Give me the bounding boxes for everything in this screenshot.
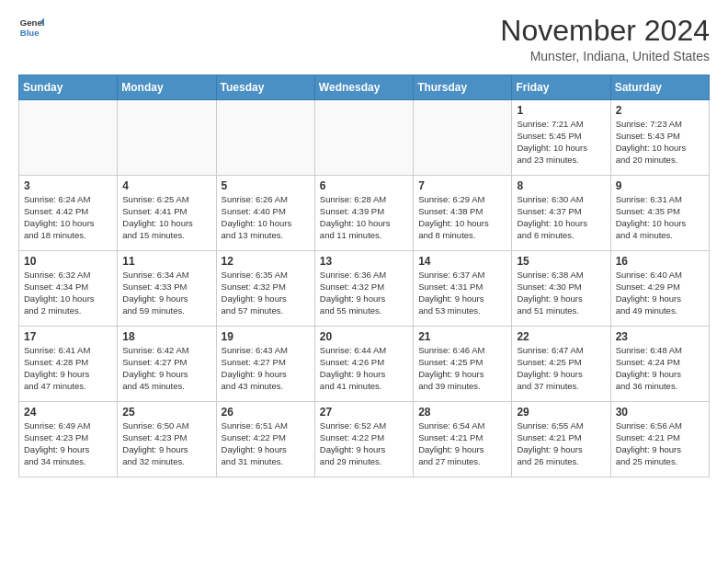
calendar-cell: 10Sunrise: 6:32 AM Sunset: 4:34 PM Dayli…	[19, 251, 118, 327]
day-number: 2	[616, 104, 704, 117]
cell-info: Sunrise: 6:47 AM Sunset: 4:25 PM Dayligh…	[517, 345, 605, 392]
cell-info: Sunrise: 6:26 AM Sunset: 4:40 PM Dayligh…	[222, 194, 310, 241]
calendar-cell: 9Sunrise: 6:31 AM Sunset: 4:35 PM Daylig…	[610, 176, 709, 251]
calendar-cell: 17Sunrise: 6:41 AM Sunset: 4:28 PM Dayli…	[19, 327, 118, 402]
cell-info: Sunrise: 6:46 AM Sunset: 4:25 PM Dayligh…	[418, 345, 506, 392]
cell-info: Sunrise: 6:43 AM Sunset: 4:27 PM Dayligh…	[222, 345, 310, 392]
svg-text:General: General	[20, 17, 44, 28]
cell-info: Sunrise: 6:25 AM Sunset: 4:41 PM Dayligh…	[122, 194, 210, 241]
calendar-cell	[19, 100, 118, 176]
day-number: 9	[616, 179, 704, 192]
day-number: 5	[222, 179, 310, 192]
day-number: 3	[24, 179, 112, 192]
calendar-cell	[216, 100, 314, 176]
day-number: 21	[418, 330, 506, 343]
calendar-week-row: 3Sunrise: 6:24 AM Sunset: 4:42 PM Daylig…	[19, 176, 710, 251]
day-number: 23	[616, 330, 704, 343]
cell-info: Sunrise: 6:31 AM Sunset: 4:35 PM Dayligh…	[616, 194, 704, 241]
calendar-cell: 13Sunrise: 6:36 AM Sunset: 4:32 PM Dayli…	[314, 251, 413, 327]
day-number: 20	[320, 330, 408, 343]
calendar-week-row: 24Sunrise: 6:49 AM Sunset: 4:23 PM Dayli…	[19, 402, 710, 477]
calendar-cell: 24Sunrise: 6:49 AM Sunset: 4:23 PM Dayli…	[19, 402, 118, 477]
calendar-cell: 7Sunrise: 6:29 AM Sunset: 4:38 PM Daylig…	[414, 176, 512, 251]
calendar-cell	[414, 100, 512, 176]
day-number: 18	[122, 330, 210, 343]
calendar-cell: 20Sunrise: 6:44 AM Sunset: 4:26 PM Dayli…	[314, 327, 413, 402]
day-number: 10	[24, 255, 112, 268]
calendar-cell: 28Sunrise: 6:54 AM Sunset: 4:21 PM Dayli…	[414, 402, 512, 477]
cell-info: Sunrise: 6:41 AM Sunset: 4:28 PM Dayligh…	[24, 345, 112, 392]
cell-info: Sunrise: 6:29 AM Sunset: 4:38 PM Dayligh…	[418, 194, 506, 241]
day-number: 8	[517, 179, 605, 192]
cell-info: Sunrise: 6:28 AM Sunset: 4:39 PM Dayligh…	[320, 194, 408, 241]
cell-info: Sunrise: 6:56 AM Sunset: 4:21 PM Dayligh…	[616, 420, 704, 467]
logo: General Blue	[18, 15, 44, 40]
day-number: 15	[517, 255, 605, 268]
cell-info: Sunrise: 6:55 AM Sunset: 4:21 PM Dayligh…	[517, 420, 605, 467]
day-number: 30	[616, 406, 704, 419]
calendar-cell: 22Sunrise: 6:47 AM Sunset: 4:25 PM Dayli…	[512, 327, 610, 402]
cell-info: Sunrise: 6:38 AM Sunset: 4:30 PM Dayligh…	[517, 270, 605, 316]
calendar-cell: 6Sunrise: 6:28 AM Sunset: 4:39 PM Daylig…	[314, 176, 413, 251]
day-number: 29	[517, 406, 605, 419]
page-header: General Blue November 2024 Munster, Indi…	[18, 15, 710, 63]
calendar-cell	[118, 100, 216, 176]
cell-info: Sunrise: 6:35 AM Sunset: 4:32 PM Dayligh…	[222, 270, 310, 316]
location: Munster, Indiana, United States	[500, 49, 710, 63]
day-number: 1	[517, 104, 605, 117]
cell-info: Sunrise: 6:50 AM Sunset: 4:23 PM Dayligh…	[122, 420, 210, 467]
weekday-header: Saturday	[610, 75, 709, 100]
weekday-header: Sunday	[19, 75, 118, 100]
cell-info: Sunrise: 6:51 AM Sunset: 4:22 PM Dayligh…	[222, 420, 310, 467]
day-number: 13	[320, 255, 408, 268]
day-number: 4	[122, 179, 210, 192]
calendar-cell: 30Sunrise: 6:56 AM Sunset: 4:21 PM Dayli…	[610, 402, 709, 477]
calendar-cell: 14Sunrise: 6:37 AM Sunset: 4:31 PM Dayli…	[414, 251, 512, 327]
cell-info: Sunrise: 6:40 AM Sunset: 4:29 PM Dayligh…	[616, 270, 704, 316]
calendar-table: SundayMondayTuesdayWednesdayThursdayFrid…	[18, 75, 710, 477]
cell-info: Sunrise: 6:42 AM Sunset: 4:27 PM Dayligh…	[122, 345, 210, 392]
calendar-cell: 18Sunrise: 6:42 AM Sunset: 4:27 PM Dayli…	[118, 327, 216, 402]
weekday-header: Wednesday	[314, 75, 413, 100]
calendar-cell: 5Sunrise: 6:26 AM Sunset: 4:40 PM Daylig…	[216, 176, 314, 251]
cell-info: Sunrise: 6:32 AM Sunset: 4:34 PM Dayligh…	[24, 270, 112, 316]
weekday-header: Monday	[118, 75, 216, 100]
calendar-cell: 19Sunrise: 6:43 AM Sunset: 4:27 PM Dayli…	[216, 327, 314, 402]
cell-info: Sunrise: 6:54 AM Sunset: 4:21 PM Dayligh…	[418, 420, 506, 467]
calendar-cell: 8Sunrise: 6:30 AM Sunset: 4:37 PM Daylig…	[512, 176, 610, 251]
title-block: November 2024 Munster, Indiana, United S…	[500, 15, 710, 63]
weekday-header: Tuesday	[216, 75, 314, 100]
weekday-header: Friday	[512, 75, 610, 100]
calendar-cell: 25Sunrise: 6:50 AM Sunset: 4:23 PM Dayli…	[118, 402, 216, 477]
month-title: November 2024	[500, 15, 710, 47]
day-number: 6	[320, 179, 408, 192]
cell-info: Sunrise: 7:23 AM Sunset: 5:43 PM Dayligh…	[616, 119, 704, 166]
day-number: 14	[418, 255, 506, 268]
day-number: 19	[222, 330, 310, 343]
calendar-cell	[314, 100, 413, 176]
day-number: 26	[222, 406, 310, 419]
calendar-cell: 23Sunrise: 6:48 AM Sunset: 4:24 PM Dayli…	[610, 327, 709, 402]
cell-info: Sunrise: 6:49 AM Sunset: 4:23 PM Dayligh…	[24, 420, 112, 467]
day-number: 27	[320, 406, 408, 419]
calendar-cell: 21Sunrise: 6:46 AM Sunset: 4:25 PM Dayli…	[414, 327, 512, 402]
cell-info: Sunrise: 6:52 AM Sunset: 4:22 PM Dayligh…	[320, 420, 408, 467]
calendar-week-row: 17Sunrise: 6:41 AM Sunset: 4:28 PM Dayli…	[19, 327, 710, 402]
calendar-cell: 26Sunrise: 6:51 AM Sunset: 4:22 PM Dayli…	[216, 402, 314, 477]
day-number: 11	[122, 255, 210, 268]
weekday-header: Thursday	[414, 75, 512, 100]
calendar-cell: 16Sunrise: 6:40 AM Sunset: 4:29 PM Dayli…	[610, 251, 709, 327]
cell-info: Sunrise: 6:44 AM Sunset: 4:26 PM Dayligh…	[320, 345, 408, 392]
calendar-cell: 15Sunrise: 6:38 AM Sunset: 4:30 PM Dayli…	[512, 251, 610, 327]
cell-info: Sunrise: 6:34 AM Sunset: 4:33 PM Dayligh…	[122, 270, 210, 316]
cell-info: Sunrise: 6:37 AM Sunset: 4:31 PM Dayligh…	[418, 270, 506, 316]
day-number: 22	[517, 330, 605, 343]
day-number: 17	[24, 330, 112, 343]
calendar-header: SundayMondayTuesdayWednesdayThursdayFrid…	[19, 75, 710, 100]
calendar-cell: 12Sunrise: 6:35 AM Sunset: 4:32 PM Dayli…	[216, 251, 314, 327]
cell-info: Sunrise: 6:36 AM Sunset: 4:32 PM Dayligh…	[320, 270, 408, 316]
day-number: 25	[122, 406, 210, 419]
day-number: 28	[418, 406, 506, 419]
cell-info: Sunrise: 7:21 AM Sunset: 5:45 PM Dayligh…	[517, 119, 605, 166]
calendar-week-row: 10Sunrise: 6:32 AM Sunset: 4:34 PM Dayli…	[19, 251, 710, 327]
